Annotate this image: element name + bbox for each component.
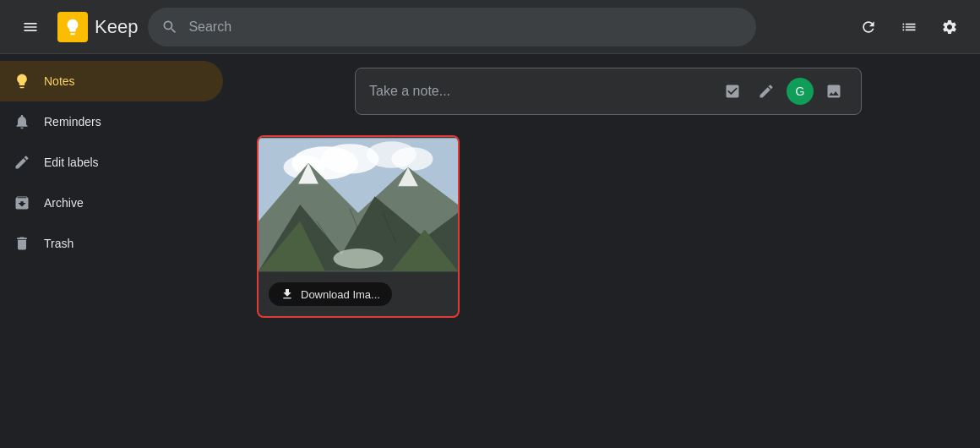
note-input-bar[interactable]: Take a note... G [355,68,862,115]
refresh-button[interactable] [852,10,885,44]
sidebar-item-archive-label: Archive [44,196,84,210]
note-actions: G [719,78,847,105]
content-area: Take a note... G [237,54,980,448]
search-bar[interactable] [148,8,756,46]
search-icon [161,19,178,36]
view-toggle-button[interactable] [892,10,926,44]
sidebar-item-edit-labels[interactable]: Edit labels [0,142,223,183]
menu-button[interactable] [14,10,47,44]
trash-icon [14,235,30,252]
sidebar-item-reminders[interactable]: Reminders [0,101,223,142]
topbar: Keep [0,0,980,54]
svg-point-5 [391,147,433,171]
avatar[interactable]: G [787,78,814,105]
app-logo [57,12,88,42]
search-input[interactable] [188,19,743,35]
note-image [259,137,458,272]
download-button[interactable]: Download Ima... [269,282,392,306]
checklist-button[interactable] [719,78,746,105]
sidebar-item-notes[interactable]: Notes [0,61,223,101]
lightbulb-icon [14,73,30,90]
bell-icon [14,113,30,130]
checklist-icon [724,83,741,100]
svg-point-10 [334,249,384,269]
notes-grid: Download Ima... [257,135,960,318]
note-placeholder: Take a note... [369,84,709,99]
edit-icon [14,154,30,171]
download-label: Download Ima... [301,288,380,301]
logo-area: Keep [57,12,138,42]
note-card-body: Download Ima... [259,272,458,316]
sidebar-item-reminders-label: Reminders [44,115,101,128]
topbar-actions [852,10,966,44]
sidebar: Notes Reminders Edit labels Archive Tras… [0,54,237,448]
download-icon [280,287,294,301]
sidebar-item-trash-label: Trash [44,237,74,250]
sidebar-item-trash[interactable]: Trash [0,223,223,264]
note-card[interactable]: Download Ima... [257,135,460,318]
image-icon [825,83,842,100]
settings-button[interactable] [933,10,966,44]
image-button[interactable] [820,78,847,105]
sidebar-item-archive[interactable]: Archive [0,183,223,223]
app-name: Keep [95,16,138,38]
main-layout: Notes Reminders Edit labels Archive Tras… [0,54,980,448]
archive-icon [14,194,30,211]
draw-button[interactable] [753,78,780,105]
sidebar-item-notes-label: Notes [44,74,75,88]
sidebar-item-edit-labels-label: Edit labels [44,156,99,169]
draw-icon [758,83,775,100]
